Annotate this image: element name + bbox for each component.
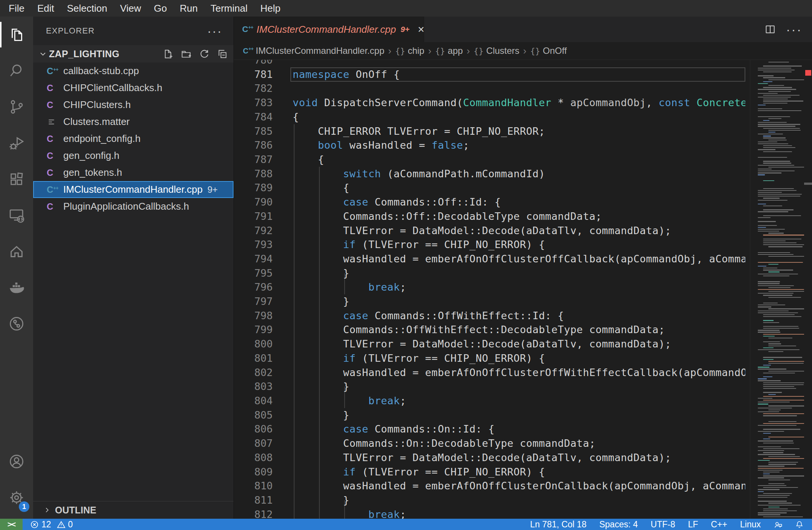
feedback-icon[interactable] xyxy=(774,520,782,529)
code-line: case Commands::OffWithEffect::Id: { xyxy=(293,309,745,323)
indentation-setting[interactable]: Spaces: 4 xyxy=(599,519,638,530)
eol-setting[interactable]: LF xyxy=(688,519,698,530)
folder-section-header[interactable]: ZAP_LIGHTING xyxy=(33,45,234,62)
code-line: TLVError = DataModel::Decode(aDataTlv, c… xyxy=(293,224,745,238)
line-number: 800 xyxy=(234,337,273,351)
close-tab-icon[interactable]: × xyxy=(418,24,424,35)
file-row[interactable]: Cgen_tokens.h xyxy=(33,164,234,181)
problems-status[interactable]: 12 0 xyxy=(30,519,73,530)
scroll-position-marker xyxy=(804,183,812,185)
breadcrumb-item[interactable]: chip xyxy=(408,46,424,56)
split-editor-icon[interactable] xyxy=(764,23,776,35)
menu-edit[interactable]: Edit xyxy=(31,0,61,17)
menu-selection[interactable]: Selection xyxy=(61,0,114,17)
tab-problems-badge: 9+ xyxy=(400,25,409,34)
extensions-icon[interactable] xyxy=(0,161,33,197)
outline-section[interactable]: OUTLINE xyxy=(33,501,234,519)
file-name: CHIPClientCallbacks.h xyxy=(63,82,162,94)
c-header-file-icon: C xyxy=(47,168,60,177)
refresh-icon[interactable] xyxy=(198,48,210,60)
matter-file-icon xyxy=(47,117,60,127)
code-line xyxy=(293,81,745,96)
code-line: CHIP_ERROR TLVError = CHIP_NO_ERROR; xyxy=(293,124,745,139)
line-number: 796 xyxy=(234,280,273,294)
breadcrumb-separator: › xyxy=(467,45,470,57)
line-number: 812 xyxy=(234,507,273,519)
outline-label: OUTLINE xyxy=(55,505,96,516)
breadcrumb-item[interactable]: Clusters xyxy=(486,46,519,56)
breadcrumb-separator: › xyxy=(523,45,527,57)
status-bar: >< 12 0 Ln 781, Col 18 Spaces: 4 UTF-8 L… xyxy=(0,519,812,530)
line-number: 783 xyxy=(234,96,273,110)
menu-run[interactable]: Run xyxy=(173,0,204,17)
code-line: } xyxy=(293,294,745,309)
line-number: 810 xyxy=(234,479,273,493)
encoding-setting[interactable]: UTF-8 xyxy=(651,519,675,530)
notifications-bell-icon[interactable] xyxy=(795,520,804,529)
folder-name: ZAP_LIGHTING xyxy=(49,49,119,59)
minimap[interactable] xyxy=(750,60,804,519)
editor-more-actions-icon[interactable]: ··· xyxy=(786,27,802,31)
breadcrumb-separator: › xyxy=(388,45,391,57)
code-line: switch (aCommandPath.mCommandId) xyxy=(293,167,745,181)
menu-go[interactable]: Go xyxy=(148,0,174,17)
menu-terminal[interactable]: Terminal xyxy=(204,0,254,17)
line-number: 781 xyxy=(234,67,273,82)
remote-indicator[interactable]: >< xyxy=(0,519,23,530)
file-row[interactable]: Cendpoint_config.h xyxy=(33,130,234,147)
sidebar-more-actions-icon[interactable]: ··· xyxy=(207,27,222,35)
language-mode[interactable]: C++ xyxy=(711,519,727,530)
code-line: break; xyxy=(293,394,745,408)
vscode-window: FileEditSelectionViewGoRunTerminalHelp xyxy=(0,0,812,530)
file-row[interactable]: CCHIPClusters.h xyxy=(33,96,234,113)
breadcrumb[interactable]: C++IMClusterCommandHandler.cpp›{}chip›{}… xyxy=(234,42,812,59)
cpp-file-icon: C++ xyxy=(47,185,60,194)
new-folder-icon[interactable] xyxy=(180,48,192,60)
warning-icon xyxy=(57,520,66,529)
c-header-file-icon: C xyxy=(47,134,60,143)
code-line: Commands::OffWithEffect::DecodableType c… xyxy=(293,323,745,337)
cursor-position[interactable]: Ln 781, Col 18 xyxy=(530,519,587,530)
tab-title: IMClusterCommandHandler.cpp xyxy=(256,24,396,35)
accounts-icon[interactable] xyxy=(0,443,33,480)
breadcrumb-separator: › xyxy=(428,45,432,57)
activity-bar: 1 xyxy=(0,17,33,519)
file-row[interactable]: Cgen_config.h xyxy=(33,147,234,164)
settings-gear-icon[interactable]: 1 xyxy=(0,480,33,516)
git-graph-icon[interactable] xyxy=(0,306,33,342)
file-row[interactable]: C++IMClusterCommandHandler.cpp9+ xyxy=(33,181,234,198)
breadcrumb-item[interactable]: IMClusterCommandHandler.cpp xyxy=(256,46,384,56)
code-line: { xyxy=(293,181,745,195)
tab-imclustercommandhandler[interactable]: C++ IMClusterCommandHandler.cpp 9+ × xyxy=(234,17,424,42)
file-row[interactable]: C++callback-stub.cpp xyxy=(33,62,234,79)
line-number: 809 xyxy=(234,465,273,479)
menu-help[interactable]: Help xyxy=(254,0,287,17)
error-marker xyxy=(805,70,811,76)
line-number: 791 xyxy=(234,209,273,224)
collapse-all-icon[interactable] xyxy=(217,48,228,60)
search-icon[interactable] xyxy=(0,53,33,89)
remote-explorer-icon[interactable] xyxy=(0,197,33,233)
menu-file[interactable]: File xyxy=(2,0,31,17)
line-number: 789 xyxy=(234,181,273,195)
source-control-icon[interactable] xyxy=(0,89,33,125)
docker-icon[interactable] xyxy=(0,270,33,306)
new-file-icon[interactable] xyxy=(162,48,174,60)
line-number: 790 xyxy=(234,195,273,209)
code-editor[interactable]: 7807817827837847857867877887897907917927… xyxy=(234,59,812,519)
menu-view[interactable]: View xyxy=(114,0,148,17)
home-icon[interactable] xyxy=(0,233,33,270)
file-row[interactable]: CPluginApplicationCallbacks.h xyxy=(33,198,234,215)
sidebar-header: EXPLORER ··· xyxy=(33,17,234,45)
c-header-file-icon: C xyxy=(47,101,60,110)
run-debug-icon[interactable] xyxy=(0,125,33,161)
remote-os[interactable]: Linux xyxy=(740,519,761,530)
line-number: 806 xyxy=(234,422,273,436)
file-row[interactable]: CCHIPClientCallbacks.h xyxy=(33,79,234,96)
file-row[interactable]: Clusters.matter xyxy=(33,113,234,130)
explorer-icon[interactable] xyxy=(0,17,33,53)
breadcrumb-item[interactable]: app xyxy=(448,46,463,56)
line-number: 804 xyxy=(234,394,273,408)
breadcrumb-item[interactable]: OnOff xyxy=(543,46,567,56)
namespace-symbol-icon: {} xyxy=(435,46,445,56)
